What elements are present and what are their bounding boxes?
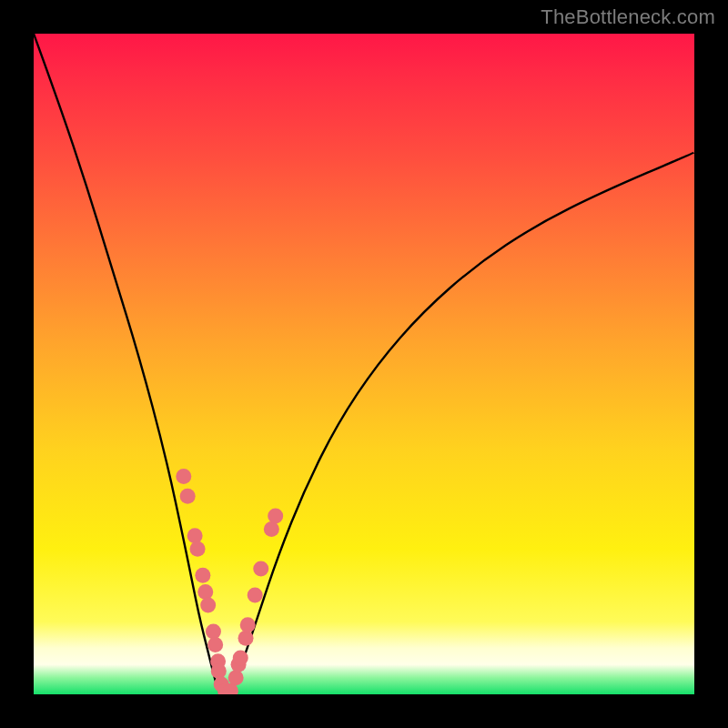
data-point	[197, 584, 213, 600]
data-point	[233, 651, 248, 666]
data-point	[264, 521, 279, 537]
chart-frame: TheBottleneck.com	[0, 0, 728, 728]
data-point	[206, 624, 221, 640]
data-point	[180, 489, 196, 504]
watermark-text: TheBottleneck.com	[541, 5, 715, 29]
data-point	[195, 568, 210, 583]
data-point	[238, 631, 254, 646]
data-point	[190, 541, 206, 557]
data-point	[268, 508, 283, 523]
curve-curve-left	[34, 34, 220, 694]
data-point	[187, 528, 203, 543]
data-point	[207, 637, 223, 652]
data-point	[248, 588, 263, 603]
data-point	[176, 469, 191, 484]
data-point	[200, 597, 216, 612]
plot-area	[34, 34, 694, 694]
curve-layer	[34, 34, 694, 694]
data-point	[228, 670, 244, 685]
data-point	[253, 561, 268, 577]
data-point	[240, 617, 256, 632]
data-point	[211, 663, 227, 679]
chart-svg	[34, 34, 694, 694]
curve-curve-right	[230, 153, 694, 694]
